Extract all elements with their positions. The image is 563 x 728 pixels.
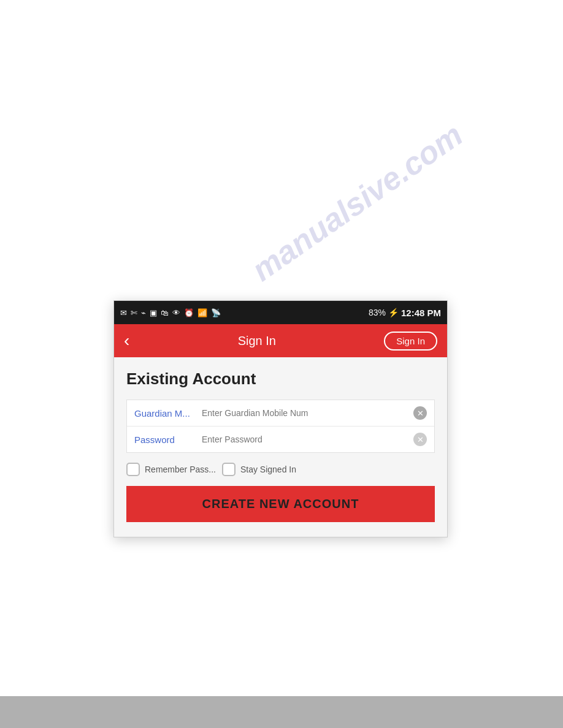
status-right: 83% ⚡ 12:48 PM — [369, 308, 441, 318]
guardian-mobile-input[interactable] — [202, 408, 413, 418]
app-bar: ‹ Sign In Sign In — [114, 324, 447, 357]
status-bar: ✉ ✄ ⌁ ▣ 🛍 👁 ⏰ 📶 📡 83% ⚡ 12:48 PM — [114, 301, 447, 324]
battery-level: 83% — [369, 308, 386, 317]
app-bar-title: Sign In — [238, 334, 276, 348]
bottom-bar — [0, 696, 563, 728]
stay-signed-in-item: Stay Signed In — [222, 463, 296, 476]
remember-password-item: Remember Pass... — [126, 463, 216, 476]
back-button[interactable]: ‹ — [124, 332, 129, 349]
usb-icon: ⌁ — [141, 308, 146, 317]
remember-password-checkbox[interactable] — [126, 463, 140, 476]
stay-signed-in-label: Stay Signed In — [240, 464, 296, 474]
input-group: Guardian M... ✕ Password ✕ — [126, 400, 435, 453]
mail-icon: ✉ — [120, 308, 127, 317]
bag-icon: 🛍 — [161, 308, 169, 317]
signin-button[interactable]: Sign In — [384, 332, 437, 351]
wifi-icon: 📶 — [197, 308, 207, 317]
password-input[interactable] — [202, 434, 413, 444]
status-time: 12:48 PM — [401, 308, 441, 318]
remember-password-label: Remember Pass... — [145, 464, 216, 474]
image-icon: ▣ — [150, 308, 157, 317]
guardian-mobile-row: Guardian M... ✕ — [127, 400, 434, 427]
alarm-icon: ⏰ — [184, 308, 194, 317]
section-title: Existing Account — [126, 370, 435, 389]
main-content: Existing Account Guardian M... ✕ Passwor… — [114, 357, 447, 537]
password-row: Password ✕ — [127, 427, 434, 452]
password-clear-icon[interactable]: ✕ — [413, 433, 427, 446]
checkboxes-row: Remember Pass... Stay Signed In — [126, 463, 435, 476]
password-label: Password — [134, 434, 202, 445]
stay-signed-in-checkbox[interactable] — [222, 463, 236, 476]
tools-icon: ✄ — [131, 308, 137, 317]
phone-frame: ✉ ✄ ⌁ ▣ 🛍 👁 ⏰ 📶 📡 83% ⚡ 12:48 PM ‹ Sign … — [113, 300, 448, 537]
status-icons: ✉ ✄ ⌁ ▣ 🛍 👁 ⏰ 📶 📡 — [120, 308, 221, 317]
battery-icon: ⚡ — [388, 308, 399, 317]
guardian-mobile-label: Guardian M... — [134, 408, 202, 419]
watermark: manualsive.com — [245, 116, 469, 288]
eye-icon: 👁 — [172, 308, 180, 317]
signal-icon: 📡 — [211, 308, 221, 317]
create-account-button[interactable]: CREATE NEW ACCOUNT — [126, 486, 435, 522]
guardian-mobile-clear-icon[interactable]: ✕ — [413, 406, 427, 420]
